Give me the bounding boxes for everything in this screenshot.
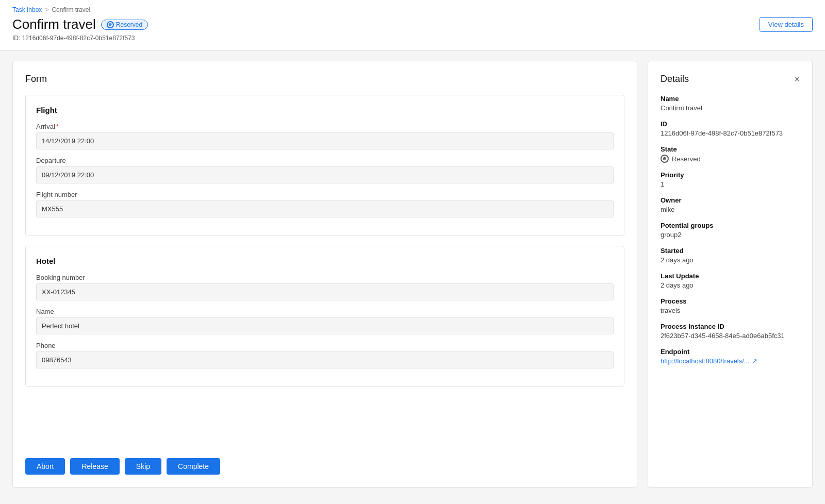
details-started-row: Started 2 days ago: [661, 247, 800, 264]
hotel-phone-label: Phone: [36, 342, 614, 349]
details-potential-groups-value: group2: [661, 231, 800, 239]
details-header: Details ×: [661, 74, 800, 85]
view-details-button[interactable]: View details: [760, 17, 813, 32]
details-id-label: ID: [661, 120, 800, 128]
details-name-row: Name Confirm travel: [661, 95, 800, 112]
booking-number-label: Booking number: [36, 274, 614, 281]
details-state-value: ⊕ Reserved: [661, 155, 800, 163]
details-state-label: State: [661, 145, 800, 153]
details-process-instance-id-label: Process Instance ID: [661, 323, 800, 330]
hotel-name-value: Perfect hotel: [36, 317, 614, 334]
booking-number-field-group: Booking number XX-012345: [36, 274, 614, 300]
close-details-button[interactable]: ×: [794, 75, 800, 84]
arrival-value: 14/12/2019 22:00: [36, 132, 614, 149]
details-endpoint-row: Endpoint http://localhost:8080/travels/.…: [661, 348, 800, 365]
skip-button[interactable]: Skip: [125, 458, 161, 475]
details-endpoint-link[interactable]: http://localhost:8080/travels/... ↗: [661, 357, 800, 365]
form-panel: Form Flight Arrival* 14/12/2019 22:00 De…: [12, 61, 637, 488]
details-name-label: Name: [661, 95, 800, 103]
details-title: Details: [661, 74, 689, 85]
details-owner-row: Owner mike: [661, 196, 800, 213]
arrival-field-group: Arrival* 14/12/2019 22:00: [36, 123, 614, 149]
hotel-name-field-group: Name Perfect hotel: [36, 308, 614, 334]
breadcrumb-separator: >: [45, 6, 48, 13]
departure-field-group: Departure 09/12/2019 22:00: [36, 157, 614, 183]
top-header: Task Inbox > Confirm travel Confirm trav…: [0, 0, 825, 51]
state-icon: ⊕: [661, 155, 669, 163]
form-title: Form: [25, 74, 624, 85]
details-id-row: ID 1216d06f-97de-498f-82c7-0b51e872f573: [661, 120, 800, 137]
flight-number-value: MX555: [36, 200, 614, 217]
departure-value: 09/12/2019 22:00: [36, 166, 614, 183]
details-last-update-row: Last Update 2 days ago: [661, 272, 800, 289]
task-id: ID: 1216d06f-97de-498f-82c7-0b51e872f573: [12, 35, 813, 42]
departure-label: Departure: [36, 157, 614, 164]
badge-label: Reserved: [116, 21, 142, 28]
flight-section-title: Flight: [36, 106, 614, 114]
breadcrumb: Task Inbox > Confirm travel: [12, 6, 813, 13]
page-title: Confirm travel: [12, 16, 96, 32]
details-owner-value: mike: [661, 206, 800, 213]
details-potential-groups-row: Potential groups group2: [661, 222, 800, 239]
details-last-update-label: Last Update: [661, 272, 800, 280]
details-id-value: 1216d06f-97de-498f-82c7-0b51e872f573: [661, 129, 800, 137]
external-link-icon: ↗: [752, 357, 757, 365]
details-state-row: State ⊕ Reserved: [661, 145, 800, 163]
details-potential-groups-label: Potential groups: [661, 222, 800, 229]
main-content: Form Flight Arrival* 14/12/2019 22:00 De…: [0, 51, 825, 498]
reserved-badge: ⊕ Reserved: [101, 20, 148, 30]
task-id-label: ID:: [12, 35, 20, 42]
details-panel: Details × Name Confirm travel ID 1216d06…: [648, 61, 813, 488]
hotel-section-title: Hotel: [36, 257, 614, 265]
details-process-instance-id-value: 2f623b57-d345-4658-84e5-ad0e6ab5fc31: [661, 332, 800, 340]
breadcrumb-task-inbox[interactable]: Task Inbox: [12, 6, 42, 13]
flight-number-field-group: Flight number MX555: [36, 191, 614, 217]
details-started-value: 2 days ago: [661, 256, 800, 264]
flight-number-label: Flight number: [36, 191, 614, 198]
complete-button[interactable]: Complete: [167, 458, 220, 475]
reserved-icon: ⊕: [107, 21, 114, 28]
details-process-instance-id-row: Process Instance ID 2f623b57-d345-4658-8…: [661, 323, 800, 340]
details-process-row: Process travels: [661, 297, 800, 314]
details-priority-value: 1: [661, 180, 800, 188]
details-process-label: Process: [661, 297, 800, 305]
details-process-value: travels: [661, 307, 800, 314]
task-id-value: 1216d06f-97de-498f-82c7-0b51e872f573: [22, 35, 135, 42]
hotel-name-label: Name: [36, 308, 614, 315]
details-priority-label: Priority: [661, 171, 800, 179]
details-priority-row: Priority 1: [661, 171, 800, 188]
arrival-label: Arrival*: [36, 123, 614, 130]
hotel-section: Hotel Booking number XX-012345 Name Perf…: [25, 246, 624, 387]
flight-section: Flight Arrival* 14/12/2019 22:00 Departu…: [25, 95, 624, 236]
details-last-update-value: 2 days ago: [661, 281, 800, 289]
hotel-phone-field-group: Phone 09876543: [36, 342, 614, 368]
release-button[interactable]: Release: [70, 458, 119, 475]
arrival-required: *: [56, 123, 59, 130]
details-endpoint-label: Endpoint: [661, 348, 800, 356]
details-name-value: Confirm travel: [661, 104, 800, 112]
form-actions: Abort Release Skip Complete: [25, 448, 624, 475]
hotel-phone-value: 09876543: [36, 351, 614, 368]
details-owner-label: Owner: [661, 196, 800, 204]
breadcrumb-current: Confirm travel: [52, 6, 90, 13]
booking-number-value: XX-012345: [36, 283, 614, 300]
details-started-label: Started: [661, 247, 800, 255]
abort-button[interactable]: Abort: [25, 458, 65, 475]
state-text: Reserved: [672, 155, 701, 163]
